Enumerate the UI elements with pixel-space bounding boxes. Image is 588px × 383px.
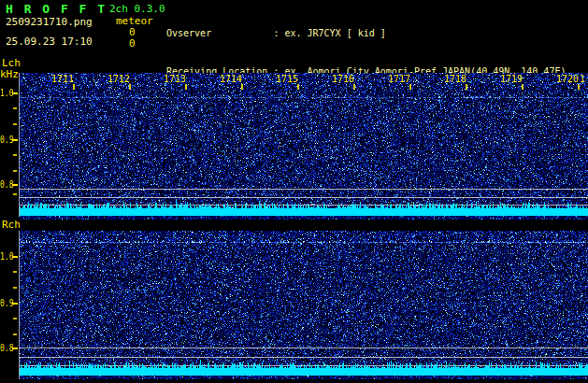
freq-minor-tick [13, 107, 17, 109]
app-version: 2ch 0.3.0 [109, 3, 165, 15]
time-tick [73, 84, 75, 90]
panel-left-border [19, 73, 20, 217]
freq-minor-tick [13, 123, 17, 125]
freq-major-tick [12, 139, 18, 141]
time-tick [409, 84, 411, 90]
rch-axis-label: Rch [2, 219, 21, 231]
rch-spectrogram-canvas [20, 231, 588, 383]
freq-minor-tick [13, 170, 17, 172]
time-label: 1719 [499, 74, 523, 84]
time-label: 1717 [387, 74, 410, 84]
time-label: 1711 [50, 74, 74, 84]
freq-major-tick [12, 348, 18, 349]
freq-minor-tick [13, 193, 17, 195]
freq-minor-tick [13, 333, 17, 335]
khz-unit-label: kHz [0, 68, 19, 80]
time-tick [241, 84, 243, 90]
freq-major-tick [12, 184, 18, 186]
meteor-count-rch: 0 [129, 37, 136, 50]
time-label-partial: 17 [580, 74, 588, 84]
freq-minor-tick [13, 287, 17, 289]
time-tick [297, 84, 299, 90]
time-tick [466, 84, 467, 90]
output-filename: 2509231710.png [6, 16, 93, 28]
app-title: H R O F F T [6, 2, 107, 16]
freq-minor-tick [13, 154, 17, 156]
time-label: 1714 [219, 74, 242, 84]
panel-left-border [19, 231, 20, 379]
hrofft-screen: H R O F F T 2ch 0.3.0 2509231710.png met… [0, 0, 588, 383]
time-label: 1715 [275, 74, 298, 84]
freq-major-tick [12, 92, 18, 94]
time-tick [185, 84, 187, 90]
observer-line: Ovserver : ex. JR7CYX [ kid ] [166, 27, 588, 40]
time-label: 1712 [107, 74, 130, 84]
freq-minor-tick [13, 318, 17, 319]
time-label: 1716 [331, 74, 354, 84]
lch-spectrogram-canvas [20, 73, 588, 220]
freq-major-tick [12, 256, 18, 258]
time-label: 1718 [443, 74, 466, 84]
observation-datetime: 25.09.23 17:10 [6, 35, 93, 48]
time-label: 1720 [555, 74, 579, 84]
time-tick [578, 84, 580, 90]
time-tick [353, 84, 355, 90]
time-tick [129, 84, 131, 90]
time-tick [522, 84, 523, 90]
freq-major-tick [12, 303, 18, 305]
freq-minor-tick [13, 271, 17, 273]
time-label: 1713 [163, 74, 186, 84]
